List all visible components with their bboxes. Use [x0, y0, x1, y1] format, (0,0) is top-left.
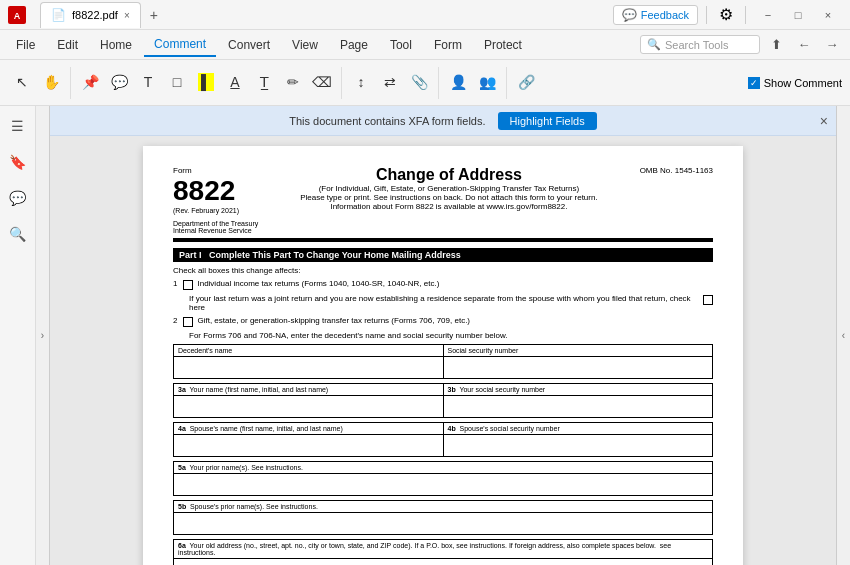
tb-erase[interactable]: ⌫	[308, 72, 336, 93]
menu-tool[interactable]: Tool	[380, 34, 422, 56]
row5a-text: Your prior name(s). See instructions.	[190, 464, 303, 471]
pdf-scroll[interactable]: Form 8822 (Rev. February 2021) Departmen…	[50, 136, 836, 565]
row4b-field[interactable]	[443, 435, 713, 457]
tab-filename: f8822.pdf	[72, 9, 118, 21]
dept2: Internal Revenue Service	[173, 227, 258, 234]
row5b-field[interactable]	[174, 513, 713, 535]
row3b-label: 3b	[448, 386, 456, 393]
tb-highlight[interactable]: ▌	[192, 71, 220, 94]
row6a-label-cell: 6a Your old address (no., street, apt. n…	[174, 540, 713, 559]
row5a-label-cell: 5a Your prior name(s). See instructions.	[174, 462, 713, 474]
toolbar: ↖ ✋ 📌 💬 T □ ▌ A T̲ ✏ ⌫ ↕ ⇄ 📎 👤 👥 🔗 ✓ Sho…	[0, 60, 850, 106]
row5a-label: 5a	[178, 464, 186, 471]
feedback-button[interactable]: 💬 Feedback	[613, 5, 698, 25]
ssn-field[interactable]	[443, 357, 713, 379]
checkbox-1-sub[interactable]	[703, 295, 713, 305]
menu-home[interactable]: Home	[90, 34, 142, 56]
tb-draw[interactable]: ✏	[279, 72, 307, 93]
tb-cursor[interactable]: ↖	[8, 72, 36, 93]
separator2	[745, 6, 746, 24]
decedent-col-header: Decedent's name	[174, 345, 444, 357]
search-tools-box[interactable]: 🔍 Search Tools	[640, 35, 760, 54]
menu-comment[interactable]: Comment	[144, 33, 216, 57]
row3-table: 3a Your name (first name, initial, and l…	[173, 383, 713, 418]
tb-sticky[interactable]: 📌	[76, 72, 104, 93]
search-area: 🔍 Search Tools ⬆ ← →	[640, 33, 844, 57]
tb-text[interactable]: T	[134, 72, 162, 93]
maximize-btn[interactable]: □	[784, 4, 812, 26]
row6a-text: Your old address (no., street, apt. no.,…	[190, 542, 656, 549]
close-btn[interactable]: ×	[814, 4, 842, 26]
row6a-field[interactable]	[174, 559, 713, 566]
row3a-field[interactable]	[174, 396, 444, 418]
menu-form[interactable]: Form	[424, 34, 472, 56]
toolbar-group-4: 👤 👥	[444, 72, 501, 93]
menu-page[interactable]: Page	[330, 34, 378, 56]
left-collapse-arrow[interactable]: ›	[36, 106, 50, 565]
minimize-btn[interactable]: −	[754, 4, 782, 26]
tb-stamp[interactable]: T̲	[250, 72, 278, 93]
checkbox-2[interactable]	[183, 317, 193, 327]
dept1: Department of the Treasury	[173, 220, 258, 227]
row5b-text: Spouse's prior name(s). See instructions…	[190, 503, 318, 510]
settings-icon[interactable]: ⚙	[715, 4, 737, 26]
main-area: ☰ 🔖 💬 🔍 › This document contains XFA for…	[0, 106, 850, 565]
tb-link[interactable]: 🔗	[512, 72, 540, 93]
form-title-block: Change of Address (For Individual, Gift,…	[258, 166, 639, 211]
menu-view[interactable]: View	[282, 34, 328, 56]
row5b-table: 5b Spouse's prior name(s). See instructi…	[173, 500, 713, 535]
row5a-table: 5a Your prior name(s). See instructions.	[173, 461, 713, 496]
feedback-label: Feedback	[641, 9, 689, 21]
notification-close-btn[interactable]: ×	[820, 113, 828, 129]
check-row-2: 2 Gift, estate, or generation-skipping t…	[173, 316, 713, 327]
tb-insert[interactable]: ↕	[347, 72, 375, 93]
tb-underline[interactable]: A	[221, 72, 249, 93]
tb-group-btn[interactable]: 👥	[473, 72, 501, 93]
toolbar-group-1: ↖ ✋	[8, 72, 65, 93]
menu-file[interactable]: File	[6, 34, 45, 56]
menu-convert[interactable]: Convert	[218, 34, 280, 56]
feedback-icon: 💬	[622, 8, 637, 22]
row4-table: 4a Spouse's name (first name, initial, a…	[173, 422, 713, 457]
tab-close-btn[interactable]: ×	[124, 10, 130, 21]
tab-area: 📄 f8822.pdf × +	[40, 2, 165, 28]
row6a-label: 6a	[178, 542, 186, 549]
share-icon[interactable]: ⬆	[764, 33, 788, 57]
tb-attach[interactable]: 📎	[405, 72, 433, 93]
form-omb: OMB No. 1545-1163	[640, 166, 713, 175]
titlebar-right: 💬 Feedback ⚙ − □ ×	[613, 4, 842, 26]
sidebar-bookmark-icon[interactable]: 🔖	[6, 150, 30, 174]
sidebar-comment-icon[interactable]: 💬	[6, 186, 30, 210]
tb-hand[interactable]: ✋	[37, 72, 65, 93]
form-subtitle1: (For Individual, Gift, Estate, or Genera…	[258, 184, 639, 193]
new-tab-btn[interactable]: +	[143, 4, 165, 26]
right-collapse-arrow[interactable]: ‹	[836, 106, 850, 565]
tb-replace[interactable]: ⇄	[376, 72, 404, 93]
row5a-field[interactable]	[174, 474, 713, 496]
sidebar-search-icon[interactable]: 🔍	[6, 222, 30, 246]
row5b-label-cell: 5b Spouse's prior name(s). See instructi…	[174, 501, 713, 513]
row4b-text: Spouse's social security number	[460, 425, 560, 432]
decedent-field[interactable]	[174, 357, 444, 379]
tb-user[interactable]: 👤	[444, 72, 472, 93]
menu-edit[interactable]: Edit	[47, 34, 88, 56]
sidebar-nav-icon[interactable]: ☰	[6, 114, 30, 138]
checkbox-1[interactable]	[183, 280, 193, 290]
notification-message: This document contains XFA form fields.	[289, 115, 485, 127]
forward-icon[interactable]: →	[820, 33, 844, 57]
highlight-fields-button[interactable]: Highlight Fields	[498, 112, 597, 130]
pdf-tab[interactable]: 📄 f8822.pdf ×	[40, 2, 141, 28]
menu-protect[interactable]: Protect	[474, 34, 532, 56]
separator	[706, 6, 707, 24]
tb-area[interactable]: □	[163, 72, 191, 93]
sep4	[506, 67, 507, 99]
row4a-field[interactable]	[174, 435, 444, 457]
form-subtitle2: Please type or print. See instructions o…	[258, 193, 639, 202]
row3b-field[interactable]	[443, 396, 713, 418]
show-comment-checkbox[interactable]: ✓	[748, 77, 760, 89]
back-icon[interactable]: ←	[792, 33, 816, 57]
form-label: Form	[173, 166, 258, 175]
row4b-label: 4b	[448, 425, 456, 432]
row2-text: Gift, estate, or generation-skipping tra…	[197, 316, 713, 325]
tb-callout[interactable]: 💬	[105, 72, 133, 93]
